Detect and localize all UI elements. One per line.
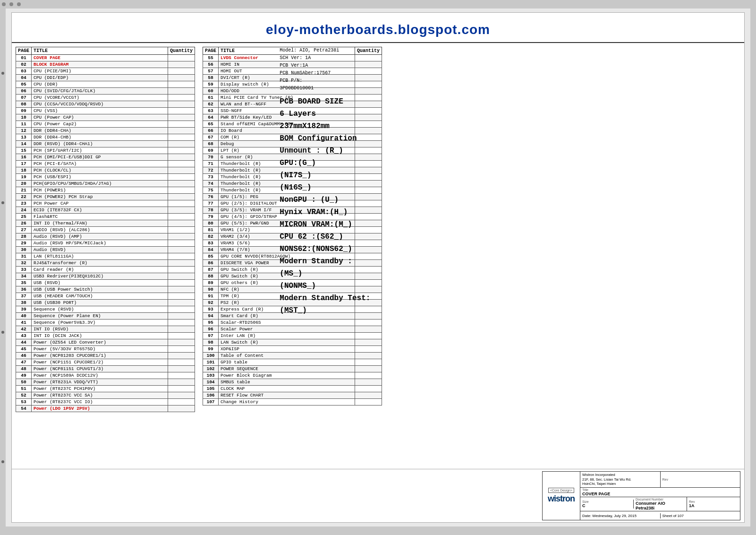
right-row-page: 65 (203, 121, 219, 128)
left-row-title: USB (RSVD) (32, 280, 168, 286)
left-table-row: 40Sequence (Power Plane EN) (16, 313, 195, 319)
rev-label: Rev (663, 478, 739, 481)
right-row-page: 84 (203, 247, 219, 253)
left-table-row: 01COVER PAGE (16, 55, 195, 61)
left-row-page: 52 (16, 392, 32, 399)
left-row-title: Power (5V/3D3V RT6575D) (32, 346, 168, 353)
right-row-page: 81 (203, 227, 219, 233)
left-row-qty (168, 214, 195, 220)
left-row-title: USB3 Redriver(PI3EQX1012C) (32, 273, 168, 280)
left-table-row: 20PCH(GPIO/CPU/SMBUS/IHDA/JTAG) (16, 181, 195, 187)
left-row-title: DDR (DDR4-CHA) (32, 128, 168, 134)
right-row-page: 66 (203, 128, 219, 134)
left-row-title: INT IO (Thermal/FAN) (32, 220, 168, 227)
left-row-page: 39 (16, 306, 32, 313)
gpu-line1: GPU:(G_) (280, 157, 740, 169)
left-row-page: 16 (16, 154, 32, 161)
modern-standby: Modern Standby : (280, 256, 740, 267)
left-row-title: Power (NCP1589A DCDC12V) (32, 372, 168, 379)
left-table-row: 35USB (RSVD) (16, 280, 195, 286)
left-row-page: 40 (16, 313, 32, 319)
nav-dot-3 (1, 331, 4, 334)
left-row-page: 17 (16, 161, 32, 167)
nonms-line: (NONMS_) (280, 280, 740, 292)
left-table-row: 47Power (NCP1151 CPUCORE1/2) (16, 359, 195, 366)
right-row-page: 63 (203, 108, 219, 114)
left-row-qty (168, 339, 195, 346)
model-line6: 3PD0BD010001 (280, 85, 740, 92)
top-dot-3 (17, 2, 21, 6)
left-row-qty (168, 353, 195, 359)
left-row-qty (168, 128, 195, 134)
left-table-row: 15PCH (SPI/UART/I2C) (16, 147, 195, 154)
left-row-page: 53 (16, 399, 32, 406)
company-logo-section: <Core Design> wistron (543, 472, 580, 520)
rev-label2: Rev (689, 500, 738, 503)
left-row-page: 03 (16, 68, 32, 75)
left-row-title: Audio (RSVD HP/SPK/MICJack) (32, 240, 168, 247)
left-table-row: 12DDR (DDR4-CHA) (16, 128, 195, 134)
left-row-page: 14 (16, 141, 32, 147)
left-table-row: 16PCH (DMI/PCI-E/USB)DDI GP (16, 154, 195, 161)
right-row-page: 91 (203, 293, 219, 300)
left-row-title: PCH (CLOCK/CL) (32, 167, 168, 174)
left-row-title: Power (NCP81151 CPUVGT1/3) (32, 366, 168, 372)
right-row-page: 89 (203, 280, 219, 286)
left-row-qty (168, 386, 195, 392)
left-row-title: PCH (DMI/PCI-E/USB)DDI GP (32, 154, 168, 161)
right-row-page: 73 (203, 174, 219, 181)
left-row-title: USB (USB30 PORT) (32, 300, 168, 306)
left-row-page: 09 (16, 108, 32, 114)
right-row-page: 61 (203, 95, 219, 101)
left-table-row: 30Audio (RSVD) (16, 247, 195, 253)
hynix-vram: Hynix VRAM:(H_) (280, 207, 740, 218)
micron-vram: MICRON VRAM:(M_) (280, 219, 740, 230)
right-row-page: 96 (203, 326, 219, 333)
date-cell: Date: Wednesday, July 29, 2015 (580, 513, 661, 518)
left-row-qty (168, 346, 195, 353)
left-row-page: 13 (16, 134, 32, 141)
left-row-title: Sequence (RSVD) (32, 306, 168, 313)
left-row-title: LAN (RTL8111GA) (32, 253, 168, 260)
left-row-title: CPU (Power Cap2) (32, 121, 168, 128)
left-table-row: 54Power (LDO 1P5V 2P5V) (16, 406, 195, 412)
right-row-page: 83 (203, 240, 219, 247)
left-row-qty (168, 306, 195, 313)
left-row-page: 34 (16, 273, 32, 280)
left-table-row: 50Power (RT8231A VDDQ/VTT) (16, 379, 195, 386)
right-row-page: 75 (203, 187, 219, 194)
right-row-page: 100 (203, 353, 219, 359)
left-row-title: PCH (PCI-E/SATA) (32, 161, 168, 167)
left-row-qty (168, 286, 195, 293)
left-row-title: Flash&RTC (32, 214, 168, 220)
left-row-title: PCH(GPIO/CPU/SMBUS/IHDA/JTAG) (32, 181, 168, 187)
right-row-page: 68 (203, 141, 219, 147)
left-row-qty (168, 247, 195, 253)
right-row-page: 69 (203, 147, 219, 154)
left-row-qty (168, 101, 195, 108)
left-table-row: 31LAN (RTL8111GA) (16, 253, 195, 260)
right-row-page: 99 (203, 346, 219, 353)
left-row-title: RJ45&Transformer (R) (32, 260, 168, 267)
right-row-page: 79 (203, 214, 219, 220)
left-row-page: 36 (16, 286, 32, 293)
left-row-qty (168, 154, 195, 161)
right-row-page: 80 (203, 220, 219, 227)
right-row-page: 104 (203, 379, 219, 386)
right-row-page: 62 (203, 101, 219, 108)
nongpu: NonGPU : (U_) (280, 194, 740, 206)
left-row-title: Sequence (Power5V&3.3V) (32, 319, 168, 326)
left-row-qty (168, 313, 195, 319)
right-row-page: 72 (203, 167, 219, 174)
model-line3: PCB Ver:1A (280, 62, 740, 69)
left-row-qty (168, 200, 195, 207)
side-left-bar (0, 9, 6, 526)
left-table-section: PAGE TITLE Quantity 01COVER PAGE02BLOCK … (16, 47, 195, 465)
content-area: PAGE TITLE Quantity 01COVER PAGE02BLOCK … (12, 43, 744, 469)
left-row-title: CPU (DDR) (32, 81, 168, 88)
left-row-page: 08 (16, 101, 32, 108)
right-row-page: 76 (203, 194, 219, 200)
side-right-bar (750, 9, 756, 526)
right-row-page: 105 (203, 386, 219, 392)
left-row-qty (168, 194, 195, 200)
